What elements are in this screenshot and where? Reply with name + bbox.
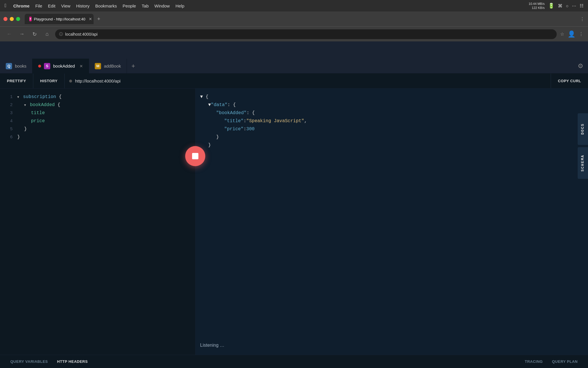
result-panel: ▼ { ▼ "data" : { "bookAdded" : { [195,89,588,355]
result-line-2: ▼ "data" : { [200,101,583,109]
tab-label-bookAdded: bookAdded [53,64,75,68]
forward-button[interactable]: → [17,30,26,39]
query-variables-tab[interactable]: QUERY VARIABLES [6,355,53,368]
bottom-right-tabs: TRACING QUERY PLAN [520,359,582,364]
chrome-window: ✦ Playground - http://localhost:40 ✕ + ⋮… [0,12,588,368]
playground-tab-books[interactable]: Q books [0,59,32,73]
url-status-dot [69,80,72,83]
editor-panel: 1 ▼ subscription { 2 ▼ bookAdded [0,89,195,355]
chrome-menu-dots[interactable]: ⋮ [579,31,583,37]
query-plan-tab[interactable]: QUERY PLAN [547,359,582,364]
address-bar[interactable]: ⓘ localhost:4000/api [55,29,557,39]
side-buttons: DOCS SCHEMA [578,113,588,179]
url-text: http://localhost:4000/api [75,78,120,83]
network-speed: 10.44 MB/s 122 KB/s [529,2,545,10]
tab-close-button[interactable]: ✕ [89,17,92,21]
playground-topbar [0,41,588,59]
menu-edit[interactable]: Edit [48,3,55,8]
close-window-button[interactable] [3,17,7,21]
result-line-1: ▼ { [200,93,583,101]
tab-letter-bookAdded: S [44,63,50,69]
playground-tab-addBook[interactable]: M addBook [89,59,127,73]
result-line-4: "title" : "Speaking JavaScript" , [200,117,583,125]
minimize-window-button[interactable] [10,17,14,21]
menu-chrome[interactable]: Chrome [13,3,30,8]
code-line-1: 1 ▼ subscription { [0,93,195,101]
profile-icon[interactable]: 👤 [568,30,575,38]
result-line-6: } [200,133,583,141]
clock-icon: ○ [566,3,568,8]
chrome-tab-bar: ✦ Playground - http://localhost:40 ✕ + [25,12,578,26]
chrome-tab-active[interactable]: ✦ Playground - http://localhost:40 ✕ [25,14,94,24]
menu-file[interactable]: File [35,3,42,8]
execute-stop-button[interactable] [185,146,205,166]
chrome-titlebar: ✦ Playground - http://localhost:40 ✕ + ⋮ [0,12,588,26]
menu-view[interactable]: View [61,3,70,8]
menu-people[interactable]: People [123,3,136,8]
wifi-icon: ⌘ [558,3,562,9]
stop-icon [192,153,198,159]
reload-button[interactable]: ↻ [30,30,39,39]
menu-window[interactable]: Window [154,3,170,8]
result-line-7: } [200,141,583,150]
docs-label: DOCS [580,123,586,135]
notification-icon: ⋯ [572,3,576,8]
settings-button[interactable]: ⚙ [578,62,583,70]
menu-bookmarks[interactable]: Bookmarks [95,3,117,8]
playground-container: Q books S bookAdded ✕ M addBook + ⚙ PRET… [0,41,588,368]
code-line-6: 6 } [0,133,195,141]
copy-curl-button[interactable]: COPY CURL [551,74,588,88]
playground-bottombar: QUERY VARIABLES HTTP HEADERS TRACING QUE… [0,355,588,368]
schema-button[interactable]: SCHEMA [578,147,588,179]
security-icon: ⓘ [59,32,63,37]
playground-toolbar: PRETTIFY HISTORY http://localhost:4000/a… [0,74,588,89]
home-button[interactable]: ⌂ [42,30,52,39]
new-tab-button[interactable]: + [95,15,103,23]
menu-extra-icon: ☷ [580,3,583,8]
tab-close-bookAdded[interactable]: ✕ [80,64,83,68]
menu-history[interactable]: History [76,3,90,8]
http-headers-tab[interactable]: HTTP HEADERS [53,355,92,368]
result-line-5: "price" : 300 [200,125,583,133]
traffic-lights [3,17,20,21]
code-line-4: 4 price [0,117,195,125]
back-button[interactable]: ← [5,30,14,39]
url-bar[interactable]: http://localhost:4000/api [65,74,551,88]
tab-dot-bookAdded [38,65,41,68]
docs-button[interactable]: DOCS [578,113,588,145]
tab-letter-books: Q [6,63,12,69]
result-line-3: "bookAdded" : { [200,109,583,117]
history-button[interactable]: HISTORY [33,74,65,88]
menubar-right: 10.44 MB/s 122 KB/s 🔋 ⌘ ○ ⋯ ☷ [529,2,583,10]
tab-label-books: books [15,64,26,68]
apple-icon[interactable]:  [5,3,6,9]
playground-tabbar: Q books S bookAdded ✕ M addBook + ⚙ [0,59,588,74]
playground-main: 1 ▼ subscription { 2 ▼ bookAdded [0,89,588,355]
prettify-button[interactable]: PRETTIFY [0,74,33,88]
tab-letter-addBook: M [95,63,101,69]
tracing-tab[interactable]: TRACING [520,359,548,364]
schema-label: SCHEMA [580,155,586,172]
address-text: localhost:4000/api [65,32,98,37]
addressbar-actions: ☆ 👤 ⋮ [560,30,583,38]
result-content[interactable]: ▼ { ▼ "data" : { "bookAdded" : { [196,89,588,336]
tab-label-addBook: addBook [104,64,121,68]
chrome-menu-button[interactable]: ⋮ [580,16,585,22]
macos-menubar:  Chrome File Edit View History Bookmark… [0,0,588,12]
bookmark-star-icon[interactable]: ☆ [560,31,564,37]
tab-title: Playground - http://localhost:40 [34,17,85,21]
listening-status: Listening … [196,336,588,355]
code-line-3: 3 title [0,109,195,117]
code-editor[interactable]: 1 ▼ subscription { 2 ▼ bookAdded [0,89,195,355]
code-line-5: 5 } [0,125,195,133]
battery-icon: 🔋 [548,3,554,9]
add-tab-button[interactable]: + [128,61,138,71]
code-line-2: 2 ▼ bookAdded { [0,101,195,109]
tab-favicon: ✦ [29,17,32,21]
chrome-addressbar: ← → ↻ ⌂ ⓘ localhost:4000/api ☆ 👤 ⋮ [0,26,588,41]
maximize-window-button[interactable] [16,17,20,21]
menu-help[interactable]: Help [175,3,184,8]
playground-tab-bookAdded[interactable]: S bookAdded ✕ [32,59,89,73]
menu-tab[interactable]: Tab [142,3,149,8]
result-line-8: } [200,150,583,158]
